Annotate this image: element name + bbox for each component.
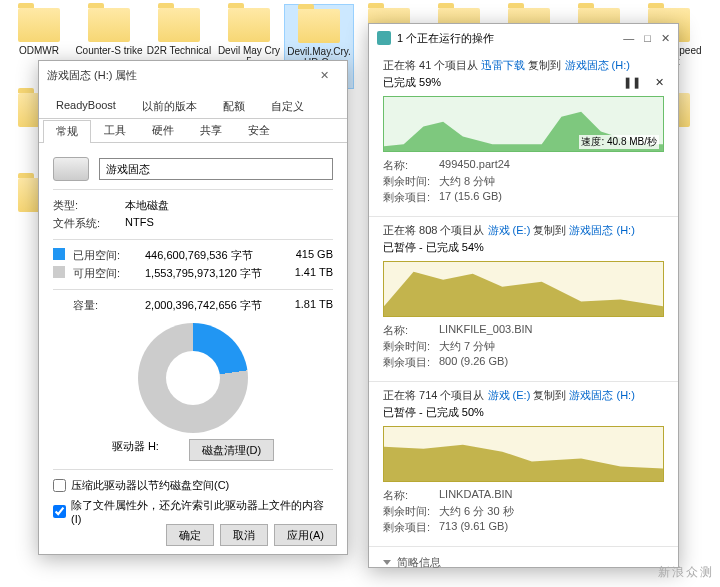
title-text: 游戏固态 (H:) 属性 bbox=[47, 68, 137, 83]
tabs-row-1: ReadyBoost以前的版本配额自定义 bbox=[39, 95, 347, 119]
op-status: 已暂停 - 已完成 50% bbox=[383, 405, 484, 420]
fs-value: NTFS bbox=[125, 216, 333, 231]
speed-label: 速度: 40.8 MB/秒 bbox=[579, 135, 659, 149]
name-label: 名称: bbox=[383, 158, 439, 173]
usage-chart bbox=[138, 323, 248, 433]
cap-label: 容量: bbox=[73, 298, 145, 313]
disk-cleanup-button[interactable]: 磁盘清理(D) bbox=[189, 439, 274, 461]
type-value: 本地磁盘 bbox=[125, 198, 333, 213]
cap-bytes: 2,000,396,742,656 字节 bbox=[145, 298, 283, 313]
dst-link[interactable]: 游戏固态 (H:) bbox=[565, 59, 630, 71]
src-link[interactable]: 游戏 (E:) bbox=[488, 389, 531, 401]
remain-label: 剩余项目: bbox=[383, 190, 439, 205]
remain-value: 17 (15.6 GB) bbox=[439, 190, 502, 205]
copy-titlebar[interactable]: 1 个正在运行的操作 —□✕ bbox=[369, 24, 678, 52]
properties-dialog: 游戏固态 (H:) 属性 ✕ ReadyBoost以前的版本配额自定义 常规工具… bbox=[38, 60, 348, 555]
details-toggle[interactable]: 简略信息 bbox=[369, 547, 678, 578]
folder-icon bbox=[158, 8, 200, 42]
tab-共享[interactable]: 共享 bbox=[187, 119, 235, 142]
folder-label: Counter-S trike bbox=[75, 45, 142, 56]
name-value: LINKDATA.BIN bbox=[439, 488, 513, 503]
free-color-icon bbox=[53, 266, 65, 278]
remain-label: 剩余项目: bbox=[383, 520, 439, 535]
used-bytes: 446,600,769,536 字节 bbox=[145, 248, 283, 263]
op-header: 正在将 714 个项目从 游戏 (E:) 复制到 游戏固态 (H:) bbox=[383, 388, 664, 403]
watermark: 新浪众测 bbox=[658, 564, 714, 581]
tab-ReadyBoost[interactable]: ReadyBoost bbox=[43, 95, 129, 118]
cancel-button[interactable]: 取消 bbox=[220, 524, 268, 546]
time-value: 大约 7 分钟 bbox=[439, 339, 495, 354]
free-human: 1.41 TB bbox=[283, 266, 333, 281]
copy-operation: 正在将 714 个项目从 游戏 (E:) 复制到 游戏固态 (H:)已暂停 - … bbox=[369, 382, 678, 547]
free-label: 可用空间: bbox=[73, 266, 145, 281]
ok-button[interactable]: 确定 bbox=[166, 524, 214, 546]
drive-icon bbox=[53, 157, 89, 181]
free-bytes: 1,553,795,973,120 字节 bbox=[145, 266, 283, 281]
time-label: 剩余时间: bbox=[383, 174, 439, 189]
fs-label: 文件系统: bbox=[53, 216, 125, 231]
tabs-row-2: 常规工具硬件共享安全 bbox=[39, 119, 347, 143]
folder-icon bbox=[88, 8, 130, 42]
apply-button[interactable]: 应用(A) bbox=[274, 524, 337, 546]
folder-label: ODMWR bbox=[19, 45, 59, 56]
dst-link[interactable]: 游戏固态 (H:) bbox=[569, 389, 634, 401]
name-label: 名称: bbox=[383, 488, 439, 503]
minimize-icon[interactable]: — bbox=[623, 32, 634, 45]
close-icon[interactable]: ✕ bbox=[309, 69, 339, 82]
src-link[interactable]: 游戏 (E:) bbox=[488, 224, 531, 236]
close-icon[interactable]: ✕ bbox=[661, 32, 670, 45]
transfer-graph: 速度: 40.8 MB/秒 bbox=[383, 96, 664, 152]
folder-label: D2R Technical bbox=[147, 45, 211, 56]
op-status: 已完成 59% bbox=[383, 75, 441, 90]
remain-value: 800 (9.26 GB) bbox=[439, 355, 508, 370]
tab-自定义[interactable]: 自定义 bbox=[258, 95, 317, 118]
used-human: 415 GB bbox=[283, 248, 333, 263]
transfer-graph bbox=[383, 261, 664, 317]
tab-硬件[interactable]: 硬件 bbox=[139, 119, 187, 142]
drive-h-label: 驱动器 H: bbox=[112, 439, 159, 461]
copy-operation: 正在将 808 个项目从 游戏 (E:) 复制到 游戏固态 (H:)已暂停 - … bbox=[369, 217, 678, 382]
tab-配额[interactable]: 配额 bbox=[210, 95, 258, 118]
name-value: LINKFILE_003.BIN bbox=[439, 323, 533, 338]
folder-icon bbox=[18, 8, 60, 42]
time-label: 剩余时间: bbox=[383, 339, 439, 354]
copy-title: 1 个正在运行的操作 bbox=[397, 31, 494, 46]
transfer-graph bbox=[383, 426, 664, 482]
used-color-icon bbox=[53, 248, 65, 260]
tab-以前的版本[interactable]: 以前的版本 bbox=[129, 95, 210, 118]
tab-安全[interactable]: 安全 bbox=[235, 119, 283, 142]
name-value: 499450.part24 bbox=[439, 158, 510, 173]
compress-checkbox[interactable]: 压缩此驱动器以节约磁盘空间(C) bbox=[53, 478, 333, 493]
volume-name-input[interactable] bbox=[99, 158, 333, 180]
pause-icon[interactable]: ❚❚ bbox=[623, 76, 641, 89]
copy-progress-dialog: 1 个正在运行的操作 —□✕ 正在将 41 个项目从 迅雷下载 复制到 游戏固态… bbox=[368, 23, 679, 568]
time-label: 剩余时间: bbox=[383, 504, 439, 519]
tab-工具[interactable]: 工具 bbox=[91, 119, 139, 142]
maximize-icon[interactable]: □ bbox=[644, 32, 651, 45]
titlebar[interactable]: 游戏固态 (H:) 属性 ✕ bbox=[39, 61, 347, 89]
dst-link[interactable]: 游戏固态 (H:) bbox=[569, 224, 634, 236]
cancel-icon[interactable]: ✕ bbox=[655, 76, 664, 89]
remain-value: 713 (9.61 GB) bbox=[439, 520, 508, 535]
remain-label: 剩余项目: bbox=[383, 355, 439, 370]
name-label: 名称: bbox=[383, 323, 439, 338]
src-link[interactable]: 迅雷下载 bbox=[481, 59, 525, 71]
time-value: 大约 6 分 30 秒 bbox=[439, 504, 514, 519]
operations-list: 正在将 41 个项目从 迅雷下载 复制到 游戏固态 (H:)已完成 59%❚❚✕… bbox=[369, 52, 678, 547]
used-label: 已用空间: bbox=[73, 248, 145, 263]
folder-icon bbox=[228, 8, 270, 42]
time-value: 大约 8 分钟 bbox=[439, 174, 495, 189]
transfer-icon bbox=[377, 31, 391, 45]
op-header: 正在将 41 个项目从 迅雷下载 复制到 游戏固态 (H:) bbox=[383, 58, 664, 73]
type-label: 类型: bbox=[53, 198, 125, 213]
cap-human: 1.81 TB bbox=[283, 298, 333, 313]
op-header: 正在将 808 个项目从 游戏 (E:) 复制到 游戏固态 (H:) bbox=[383, 223, 664, 238]
tab-常规[interactable]: 常规 bbox=[43, 120, 91, 143]
chevron-down-icon bbox=[383, 560, 391, 565]
folder-icon bbox=[298, 9, 340, 43]
op-status: 已暂停 - 已完成 54% bbox=[383, 240, 484, 255]
copy-operation: 正在将 41 个项目从 迅雷下载 复制到 游戏固态 (H:)已完成 59%❚❚✕… bbox=[369, 52, 678, 217]
index-checkbox[interactable]: 除了文件属性外，还允许索引此驱动器上文件的内容(I) bbox=[53, 498, 333, 525]
